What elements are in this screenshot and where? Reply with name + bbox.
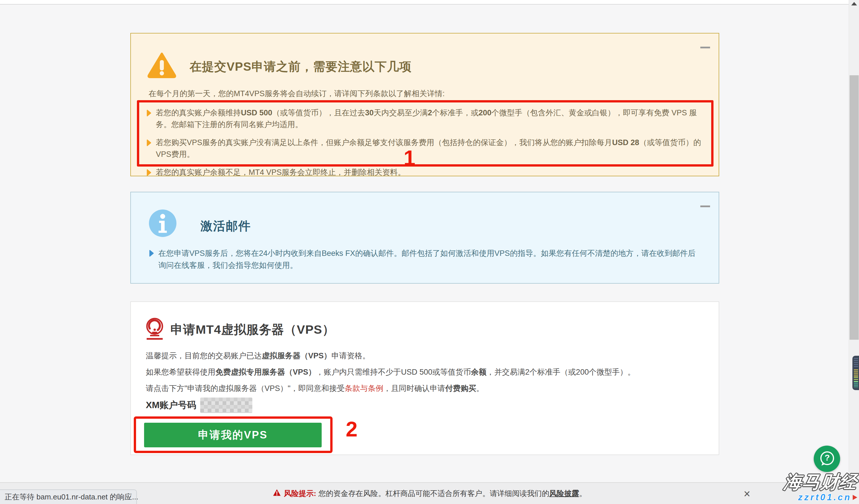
apply-paragraph-1: 温馨提示，目前您的交易账户已达虚拟服务器（VPS）申请资格。: [146, 351, 370, 361]
vps-apply-panel: 申请MT4虚拟服务器（VPS） 温馨提示，目前您的交易账户已达虚拟服务器（VPS…: [130, 301, 719, 455]
meter-lime-stripes: [854, 377, 858, 381]
text-run-bold: 免费虚拟专用服务器（VPS）: [215, 368, 316, 376]
watermark-domain-row: zzrt01.cn: [784, 492, 857, 503]
watermark-triangle-icon: [853, 495, 857, 500]
warning-panel: 在提交VPS申请之前，需要注意以下几项 在每个月的第一天，您的MT4VPS服务将…: [130, 33, 719, 176]
risk-warning-triangle-icon: [272, 489, 281, 498]
xm-account-label: XM账户号码: [146, 399, 196, 412]
text-run: 温馨提示，目前您的交易账户已达: [146, 351, 262, 360]
activation-email-text: 在您申请VPS服务后，您将在24小时内收到来自Beeks FX的确认邮件。邮件包…: [159, 247, 700, 271]
vertical-scrollbar[interactable]: [849, 0, 859, 504]
risk-warning-content: 风险提示: 您的资金存在风险。杠杆商品可能不适合所有客户。请详细阅读我们的风险披…: [272, 489, 587, 499]
text-run: ，账户内只需维持不少于USD 500或等值货币: [316, 368, 471, 376]
warning-panel-title: 在提交VPS申请之前，需要注意以下几项: [190, 59, 411, 75]
meter-blue-stripes: [854, 358, 858, 368]
text-run-bold: USD 500: [241, 109, 272, 117]
apply-my-vps-button[interactable]: 申请我的VPS: [144, 423, 322, 447]
risk-warning-text-end: 。: [579, 489, 587, 499]
vps-application-page: { "warning": { "title": "在提交VPS申请之前，需要注意…: [0, 0, 859, 504]
text-run: 。: [476, 384, 484, 393]
activation-email-panel: 激活邮件 在您申请VPS服务后，您将在24小时内收到来自Beeks FX的确认邮…: [130, 192, 719, 284]
warning-panel-subtitle: 在每个月的第一天，您的MT4VPS服务将会自动续订，请详阅下列条款以了解相关详情…: [149, 89, 445, 99]
text-run-bold: USD 28: [612, 138, 639, 147]
text-run-bold: 2: [428, 109, 432, 117]
svg-text:?: ?: [825, 453, 830, 462]
text-run: 天内交易至少满: [374, 109, 428, 117]
collapse-panel-icon[interactable]: [700, 205, 710, 207]
activation-email-bullet: 在您申请VPS服务后，您将在24小时内收到来自Beeks FX的确认邮件。邮件包…: [149, 247, 700, 271]
scrollbar-thumb[interactable]: [849, 75, 859, 340]
warning-bullet-1: 若您的真实账户余额维持USD 500（或等值货币），且在过去30天内交易至少满2…: [146, 107, 704, 130]
annotation-box-1: 若您的真实账户余额维持USD 500（或等值货币），且在过去30天内交易至少满2…: [137, 100, 713, 167]
terms-and-conditions-link[interactable]: 条款与条例: [345, 384, 383, 393]
watermark-domain-text: zzrt01.cn: [798, 492, 852, 503]
browser-status-bubble: 正在等待 bam.eu01.nr-data.net 的响应...: [0, 489, 137, 504]
risk-disclosure-link[interactable]: 风险披露: [549, 489, 579, 499]
collapse-panel-icon[interactable]: [700, 47, 710, 48]
warning-bullet-2: 若您购买VPS服务的真实账户没有满足以上条件，但账户余额足够支付该服务费用（包括…: [146, 137, 704, 160]
play-arrow-icon: [149, 250, 154, 258]
watermark-brand-text: 海马财经: [783, 472, 858, 492]
text-run: ，并交易满2个标准手（或200个微型手）。: [487, 368, 635, 376]
text-run-bold: 余额: [471, 368, 487, 376]
vps-apply-title: 申请MT4虚拟服务器（VPS）: [170, 321, 335, 338]
xm-account-number-redacted: [200, 397, 252, 413]
info-circle-icon: [149, 209, 177, 237]
stamp-seal-icon: [146, 317, 164, 342]
annotation-number-2: 2: [346, 419, 358, 440]
risk-warning-text: 您的资金存在风险。杠杆商品可能不适合所有客户。请详细阅读我们的: [318, 489, 549, 499]
browser-extension-meter-widget[interactable]: [853, 356, 859, 390]
site-watermark: 海马财经 zzrt01.cn: [784, 472, 857, 503]
warning-triangle-icon: [148, 52, 176, 79]
warning-bullet-2-text: 若您购买VPS服务的真实账户没有满足以上条件，但账户余额足够支付该服务费用（包括…: [156, 137, 703, 160]
text-run: 个标准手，或: [432, 109, 479, 117]
text-run: 请点击下方"申请我的虚拟服务器（VPS）"，即同意和接受: [146, 384, 345, 393]
annotation-number-1: 1: [404, 147, 415, 169]
text-run: （或等值货币），且在过去: [272, 109, 365, 117]
text-run: 若您的真实账户余额维持: [156, 109, 241, 117]
text-run: 如果您希望获得使用: [146, 368, 215, 376]
play-arrow-icon: [147, 109, 151, 118]
text-run: ，且同时确认申请: [383, 384, 445, 393]
help-chat-button[interactable]: ?: [814, 446, 840, 472]
browser-status-text: 正在等待 bam.eu01.nr-data.net 的响应...: [4, 492, 138, 502]
warning-bullet-3: 若您的真实账户余额不足，MT4 VPS服务会立即终止，并删除相关资料。: [146, 167, 704, 176]
warning-bullet-1-text: 若您的真实账户余额维持USD 500（或等值货币），且在过去30天内交易至少满2…: [156, 107, 703, 130]
apply-paragraph-3: 请点击下方"申请我的虚拟服务器（VPS）"，即同意和接受条款与条例，且同时确认申…: [146, 383, 484, 394]
apply-paragraph-2: 如果您希望获得使用免费虚拟专用服务器（VPS），账户内只需维持不少于USD 50…: [146, 367, 635, 377]
text-run: 若您的真实账户余额不足，MT4 VPS服务会立即终止，并删除相关资料。: [156, 168, 406, 176]
activation-email-title: 激活邮件: [200, 218, 251, 234]
meter-yellow-stripes: [854, 369, 858, 377]
text-run-bold: 虚拟服务器（VPS）: [262, 351, 331, 360]
close-icon[interactable]: ×: [738, 483, 756, 504]
meter-teal-stripes: [854, 381, 858, 388]
text-run: 申请资格。: [331, 351, 370, 360]
page-top-strip: [0, 0, 859, 4]
text-run: 若您购买VPS服务的真实账户没有满足以上条件，但账户余额足够支付该服务费用（包括…: [156, 138, 612, 147]
text-run-bold: 200: [479, 109, 492, 117]
text-run-bold: 付费购买: [445, 384, 476, 393]
play-arrow-icon: [147, 169, 151, 176]
warning-bullet-3-text: 若您的真实账户余额不足，MT4 VPS服务会立即终止，并删除相关资料。: [156, 167, 406, 176]
xm-account-row: XM账户号码: [146, 397, 252, 413]
scroll-up-arrow-icon[interactable]: [851, 2, 857, 5]
play-arrow-icon: [147, 139, 151, 148]
risk-warning-label: 风险提示:: [284, 489, 316, 499]
text-run-bold: 30: [365, 109, 374, 117]
